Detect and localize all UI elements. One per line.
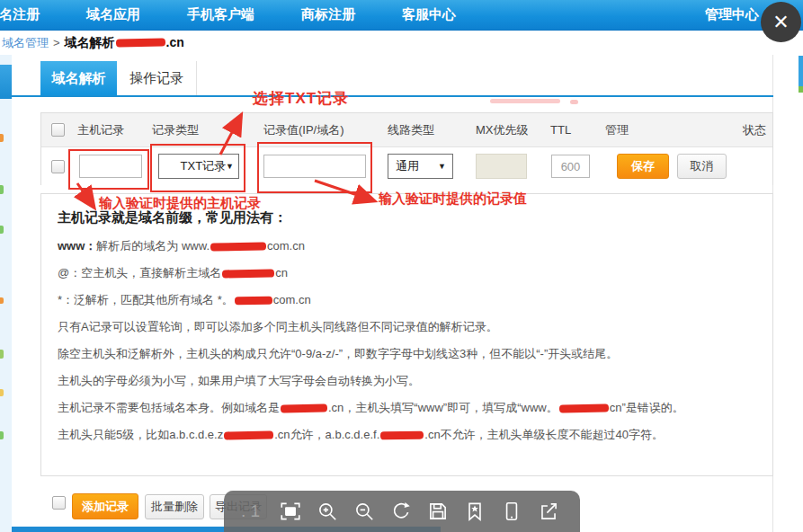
mx-priority-input-disabled (476, 154, 527, 179)
col-header-line: 线路类型 (380, 122, 468, 138)
record-value-input[interactable] (263, 155, 366, 178)
tab-underline (12, 95, 773, 97)
col-header-host: 主机记录 (74, 122, 148, 138)
nav-item-mobile-client[interactable]: 手机客户端 (187, 6, 254, 23)
annotation-value-hint: 输入验证时提供的记录值 (379, 191, 527, 208)
chevron-down-icon: ▼ (226, 162, 234, 171)
new-record-row: TXT记录 ▼ 通用 ▼ 保存 取消 (41, 147, 772, 185)
batch-delete-button[interactable]: 批量删除 (145, 494, 204, 519)
redaction-scribble (380, 431, 424, 440)
breadcrumb-separator: > (53, 36, 60, 49)
device-icon[interactable] (500, 500, 523, 523)
page-title: 域名解析.cn (65, 35, 184, 51)
left-strip-blue-block (0, 65, 12, 99)
help-line-star: *：泛解析，匹配其他所有域名 *。com.cn (58, 291, 756, 308)
col-header-mx: MX优先级 (468, 122, 543, 138)
help-line-at: @：空主机头，直接解析主域名cn (58, 264, 756, 281)
help-line-c: 主机头的字母必须为小写，如果用户填了大写字母会自动转换为小写。 (58, 372, 756, 389)
col-header-value: 记录值(IP/域名) (256, 122, 380, 138)
chevron-down-icon: ▼ (438, 162, 446, 171)
select-all-checkbox[interactable] (51, 123, 65, 137)
tab-operation-log[interactable]: 操作记录 (117, 61, 197, 96)
annotation-host-hint: 输入验证时提供的主机记录 (99, 195, 261, 212)
record-type-value: TXT记录 (181, 158, 227, 174)
close-icon: ✕ (772, 13, 789, 32)
left-edge-strip (0, 55, 12, 532)
rotate-icon[interactable] (389, 500, 413, 523)
line-type-select[interactable]: 通用 ▼ (388, 154, 453, 179)
fit-screen-icon[interactable] (279, 500, 302, 523)
page-indicator: . 1 (241, 501, 260, 521)
dns-record-table: 主机记录 记录类型 记录值(IP/域名) 线路类型 MX优先级 TTL 管理 状… (40, 112, 773, 185)
annotation-select-txt: 选择TXT记录 (253, 88, 349, 109)
page: 域名注册 域名应用 手机客户端 商标注册 客服中心 管理中心 ▼ ✕ 域名管理 … (0, 0, 803, 532)
main-panel: 域名解析 操作记录 主机记录 记录类型 记录值(IP/域名) 线路类型 MX优先… (12, 55, 773, 532)
nav-item-domain-apps[interactable]: 域名应用 (86, 6, 140, 23)
save-button[interactable]: 保存 (617, 154, 669, 179)
redaction-scribble (224, 431, 273, 440)
breadcrumb-domain-management[interactable]: 域名管理 (2, 35, 49, 51)
breadcrumb: 域名管理 > 域名解析.cn (0, 31, 803, 55)
redaction-scribble (222, 270, 274, 279)
share-icon[interactable] (537, 500, 560, 523)
col-header-manage: 管理 (598, 122, 736, 138)
col-header-type: 记录类型 (148, 122, 256, 138)
line-type-value: 通用 (396, 158, 419, 174)
row-checkbox[interactable] (51, 160, 65, 173)
add-record-button[interactable]: 添加记录 (72, 493, 138, 519)
redaction-scribble (281, 404, 327, 413)
nav-account-label: 管理中心 (705, 6, 759, 23)
tab-dns-resolution[interactable]: 域名解析 (40, 61, 117, 96)
annotation-pink-mark (490, 99, 560, 103)
bottom-select-checkbox[interactable] (52, 496, 66, 510)
record-type-select[interactable]: TXT记录 ▼ (158, 154, 239, 179)
zoom-in-icon[interactable] (316, 500, 339, 523)
top-nav: 域名注册 域名应用 手机客户端 商标注册 客服中心 管理中心 ▼ (0, 0, 803, 31)
nav-item-support-center[interactable]: 客服中心 (402, 6, 456, 23)
table-header-row: 主机记录 记录类型 记录值(IP/域名) 线路类型 MX优先级 TTL 管理 状… (41, 113, 772, 147)
redaction-scribble (210, 243, 266, 252)
help-line-a: 只有A记录可以设置轮询，即可以添加多个同主机头同线路但不同记录值的解析记录。 (58, 318, 756, 335)
help-line-e: 主机头只能5级，比如a.b.c.d.e.z.cn允许，a.b.c.d.e.f..… (58, 426, 756, 443)
right-edge-strip-green (799, 86, 803, 93)
tab-bar: 域名解析 操作记录 (40, 61, 197, 96)
help-line-www: www：解析后的域名为 www.com.cn (58, 237, 756, 254)
zoom-out-icon[interactable] (352, 500, 376, 523)
help-panel: 主机记录就是域名前缀，常见用法有： www：解析后的域名为 www.com.cn… (40, 193, 773, 476)
host-record-input[interactable] (79, 155, 142, 178)
ttl-input[interactable] (551, 155, 590, 178)
redaction-scribble (116, 39, 165, 48)
annotation-pink-dot (570, 100, 578, 104)
help-line-b: 除空主机头和泛解析外，主机头的构成只允许“0-9/a-z/-”，即数字字母中划线… (58, 345, 756, 362)
image-viewer-toolbar: . 1 (224, 491, 580, 532)
cancel-button[interactable]: 取消 (677, 154, 727, 179)
help-line-d: 主机记录不需要包括域名本身。例如域名是.cn，主机头填写“www”即可，填写成“… (58, 399, 756, 416)
col-header-status: 状态 (736, 122, 772, 138)
close-button[interactable]: ✕ (761, 2, 801, 42)
bookmark-icon[interactable] (463, 500, 486, 523)
redaction-scribble (559, 404, 609, 413)
col-header-ttl: TTL (543, 123, 598, 137)
right-edge-strip (799, 56, 803, 86)
save-icon[interactable] (426, 500, 450, 523)
nav-item-domain-register[interactable]: 域名注册 (0, 6, 40, 23)
nav-item-trademark[interactable]: 商标注册 (301, 6, 355, 23)
redaction-scribble (235, 297, 272, 306)
